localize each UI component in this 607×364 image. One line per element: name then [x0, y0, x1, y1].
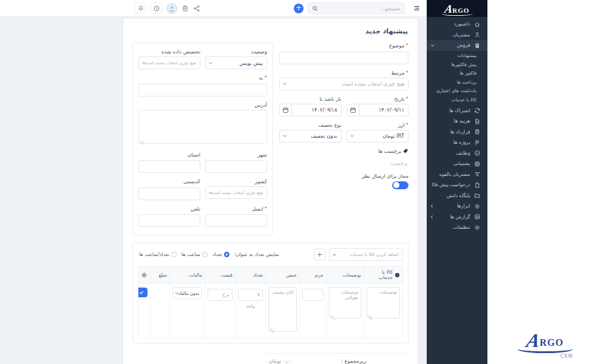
assigned-select[interactable]: هیچ چیزی انتخاب نشده است — [138, 56, 200, 69]
chevron-down-icon — [283, 133, 287, 137]
add-item-button[interactable]: + — [314, 249, 325, 260]
confirm-item-button[interactable] — [138, 288, 148, 297]
share-icon[interactable] — [193, 5, 200, 12]
quantity-display-radio[interactable]: تعداد — [212, 252, 229, 257]
items-table: iکالا یا خدماتتوضیحاتجرمجنستعدادقیمتمالی… — [138, 266, 403, 338]
topbar: + — [0, 0, 427, 17]
sidebar-item[interactable]: هزینه ها — [427, 116, 487, 127]
bell-icon[interactable] — [135, 2, 146, 14]
sidebar-item-label: ابزارها — [457, 203, 470, 209]
chevron-down-icon — [431, 43, 434, 46]
state-input[interactable] — [138, 160, 200, 173]
menu-icon[interactable] — [413, 4, 421, 12]
date-input[interactable] — [359, 104, 409, 116]
sidebar-subitem[interactable]: پرداخت ها — [427, 78, 487, 87]
tags-input[interactable] — [279, 159, 409, 167]
sidebar-subitem[interactable]: کالا یا خدمات — [427, 95, 487, 104]
city-field: شهر — [205, 152, 267, 174]
discount-type-select[interactable]: بدون تخفیف — [279, 130, 342, 143]
logo-sub-text: CRM — [515, 354, 575, 359]
item-long-description-textarea[interactable] — [329, 287, 361, 318]
sidebar-subitem[interactable]: پیش فاکتورها — [427, 60, 487, 69]
request-icon — [474, 182, 481, 189]
calendar-icon[interactable] — [279, 104, 292, 116]
phone-input[interactable] — [138, 214, 200, 227]
column-header: توضیحات — [326, 266, 364, 283]
clock-icon[interactable] — [151, 2, 162, 14]
to-input[interactable] — [138, 84, 267, 96]
item-material-textarea[interactable] — [268, 287, 297, 332]
currency-select[interactable]: IRT تومان — [347, 130, 409, 143]
item-amount-cell — [150, 284, 169, 337]
quantity-display-radio[interactable]: ساعت ها — [181, 252, 208, 257]
status-select[interactable]: پیش نویس — [205, 56, 267, 69]
settings-icon — [474, 224, 481, 231]
comment-permission-field: مجاز برای ارسال نظر — [279, 173, 409, 189]
add-item-select[interactable]: اضافه کردن کالا یا خدمات — [329, 248, 403, 261]
item-mass-input[interactable] — [302, 289, 324, 301]
tag-icon — [402, 148, 409, 154]
clipboard-icon[interactable] — [181, 5, 189, 12]
assigned-label: تخصیص داده شده — [161, 49, 200, 55]
sidebar-item[interactable]: قرارداد ها — [427, 127, 487, 138]
address-textarea[interactable] — [138, 110, 267, 144]
subject-input[interactable] — [279, 52, 409, 64]
sidebar-subitem[interactable]: فاکتور ها — [427, 69, 487, 78]
radio-icon[interactable] — [171, 252, 177, 257]
user-avatar[interactable] — [166, 3, 177, 14]
sidebar-item[interactable]: مشتریان — [427, 30, 487, 41]
email-field: *ایمیل — [205, 206, 267, 228]
radio-label: ساعت ها — [181, 252, 200, 257]
city-input[interactable] — [205, 160, 267, 173]
knowledge-icon — [474, 192, 481, 199]
sidebar-item[interactable]: پایگاه دانش — [427, 190, 487, 201]
subject-field: *موضوع — [279, 42, 409, 64]
sidebar-item[interactable]: تنظیمات — [427, 222, 487, 233]
logo-letter-a: A — [444, 3, 453, 15]
radio-icon[interactable] — [202, 252, 208, 257]
sidebar-item[interactable]: پشتیبانی — [427, 158, 487, 169]
tags-label: برچسب ها — [378, 148, 401, 154]
sidebar-item[interactable]: گزارش ها — [427, 212, 487, 223]
leads-icon — [474, 171, 481, 178]
contract-icon — [474, 129, 481, 135]
totals-summary: زیرمجموع :۰٫۰۰ تومانتخفیف%-۰٫۰۰ تومانتعد… — [266, 353, 409, 364]
sidebar-item[interactable]: ابزارها — [427, 201, 487, 212]
sidebar-subitem[interactable]: پیشنهادات — [427, 52, 487, 61]
phone-label: تلفن — [191, 206, 200, 212]
radio-icon[interactable] — [224, 252, 229, 257]
calendar-icon[interactable] — [347, 104, 359, 116]
email-input[interactable] — [205, 214, 267, 227]
sidebar-item[interactable]: اشتراک ها — [427, 106, 487, 116]
item-rate-input[interactable] — [208, 289, 232, 301]
country-select[interactable]: هیچ چیزی انتخاب نشده است — [205, 186, 267, 199]
quantity-display-radio[interactable]: تعداد/ساعت ها — [139, 252, 177, 257]
expense-icon — [474, 118, 481, 125]
sidebar-item-label: مشتریان — [453, 32, 470, 38]
search-box[interactable] — [308, 2, 405, 14]
project-icon — [474, 140, 481, 146]
item-tax-select[interactable]: بدون مالیات — [172, 287, 202, 299]
table-settings-gear-icon[interactable] — [138, 266, 150, 283]
item-quantity-input[interactable] — [238, 289, 263, 301]
sidebar-item[interactable]: وظایف — [427, 148, 487, 159]
item-description-textarea[interactable] — [367, 287, 400, 318]
sidebar-item-label: مشتریان بالقوه — [439, 172, 470, 177]
column-header: جرم — [299, 266, 326, 283]
sidebar-subitem[interactable]: یادداشت های اعتباری — [427, 87, 487, 96]
add-button[interactable]: + — [294, 4, 304, 13]
search-input[interactable] — [321, 5, 401, 12]
sidebar-item[interactable]: درخواست پیش فاکتور — [427, 180, 487, 190]
related-label: مرتبط — [391, 70, 404, 76]
sidebar-item[interactable]: مشتریان بالقوه — [427, 169, 487, 180]
comment-permission-toggle[interactable] — [392, 181, 409, 189]
sidebar-item[interactable]: داشبورد — [427, 19, 487, 30]
logo-swoosh — [441, 13, 473, 16]
postal-code-input[interactable] — [138, 187, 200, 200]
support-icon — [474, 161, 481, 167]
chevron-down-icon — [283, 81, 287, 85]
related-select[interactable]: هیچ چیزی انتخاب نشده است — [279, 78, 409, 90]
sidebar-item[interactable]: فروش — [427, 40, 487, 51]
sidebar-item[interactable]: پروژه ها — [427, 137, 487, 148]
open-until-input[interactable] — [292, 104, 342, 116]
